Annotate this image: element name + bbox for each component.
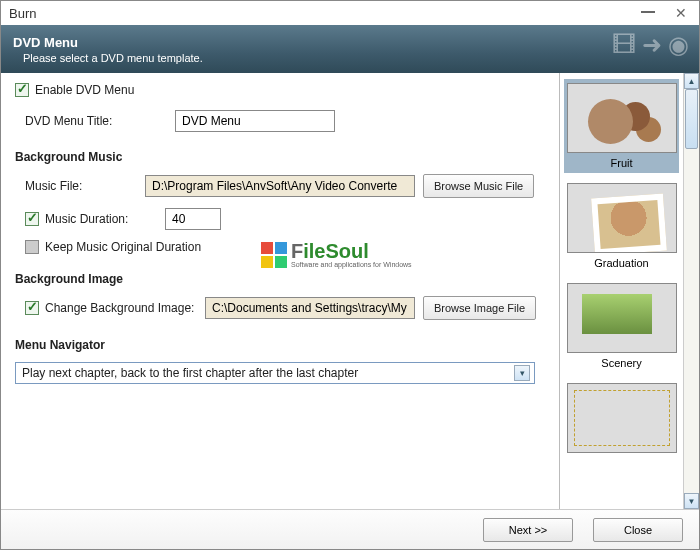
scroll-track[interactable] xyxy=(684,89,699,493)
browse-music-button[interactable]: Browse Music File xyxy=(423,174,534,198)
template-thumbnail xyxy=(567,283,677,353)
scroll-down-icon[interactable]: ▼ xyxy=(684,493,699,509)
dvd-menu-title-input[interactable] xyxy=(175,110,335,132)
section-bg-image: Background Image xyxy=(15,272,545,286)
main-panel: Enable DVD Menu DVD Menu Title: Backgrou… xyxy=(1,73,559,509)
template-thumbnail xyxy=(567,183,677,253)
navigator-select[interactable]: Play next chapter, back to the first cha… xyxy=(15,362,535,384)
checkbox-icon xyxy=(15,83,29,97)
checkbox-icon xyxy=(25,301,39,315)
bg-image-path-input[interactable] xyxy=(205,297,415,319)
banner-subtitle: Please select a DVD menu template. xyxy=(23,52,203,64)
template-thumbnail xyxy=(567,383,677,453)
navigator-selected-value: Play next chapter, back to the first cha… xyxy=(22,366,358,380)
minimize-button[interactable] xyxy=(641,11,655,13)
chevron-down-icon: ▾ xyxy=(514,365,530,381)
arrow-icon: ➜ xyxy=(642,31,662,59)
template-sidebar: Fruit Graduation Scenery ▲ xyxy=(559,73,699,509)
dvd-menu-title-label: DVD Menu Title: xyxy=(15,114,175,128)
keep-original-label: Keep Music Original Duration xyxy=(45,240,201,254)
checkbox-icon xyxy=(25,212,39,226)
titlebar: Burn ✕ xyxy=(1,1,699,25)
close-button[interactable]: Close xyxy=(593,518,683,542)
section-navigator: Menu Navigator xyxy=(15,338,545,352)
enable-dvd-menu-checkbox[interactable]: Enable DVD Menu xyxy=(15,83,134,97)
template-item-fruit[interactable]: Fruit xyxy=(564,79,679,173)
scroll-up-icon[interactable]: ▲ xyxy=(684,73,699,89)
sidebar-scrollbar[interactable]: ▲ ▼ xyxy=(683,73,699,509)
template-label: Graduation xyxy=(566,257,677,269)
music-file-label: Music File: xyxy=(15,179,145,193)
change-bg-image-checkbox[interactable]: Change Background Image: xyxy=(15,301,205,315)
checkbox-icon xyxy=(25,240,39,254)
browse-image-button[interactable]: Browse Image File xyxy=(423,296,536,320)
template-thumbnail xyxy=(567,83,677,153)
template-item-scenery[interactable]: Scenery xyxy=(564,279,679,373)
banner: DVD Menu Please select a DVD menu templa… xyxy=(1,25,699,73)
disc-icon: ◉ xyxy=(668,31,689,59)
banner-title: DVD Menu xyxy=(13,35,203,50)
template-list[interactable]: Fruit Graduation Scenery xyxy=(560,73,683,509)
window-title: Burn xyxy=(9,6,36,21)
scroll-thumb[interactable] xyxy=(685,89,698,149)
template-item-graduation[interactable]: Graduation xyxy=(564,179,679,273)
template-label: Fruit xyxy=(566,157,677,169)
music-duration-input[interactable] xyxy=(165,208,221,230)
enable-dvd-menu-label: Enable DVD Menu xyxy=(35,83,134,97)
burn-window: Burn ✕ DVD Menu Please select a DVD menu… xyxy=(0,0,700,550)
music-duration-label: Music Duration: xyxy=(45,212,128,226)
change-bg-image-label: Change Background Image: xyxy=(45,301,194,315)
film-icon: 🎞 xyxy=(612,31,636,59)
music-file-input[interactable] xyxy=(145,175,415,197)
close-icon[interactable]: ✕ xyxy=(675,5,687,21)
template-item[interactable] xyxy=(564,379,679,461)
template-label: Scenery xyxy=(566,357,677,369)
next-button[interactable]: Next >> xyxy=(483,518,573,542)
section-bg-music: Background Music xyxy=(15,150,545,164)
keep-original-duration-checkbox[interactable]: Keep Music Original Duration xyxy=(15,240,201,254)
music-duration-checkbox[interactable]: Music Duration: xyxy=(15,212,165,226)
footer: Next >> Close xyxy=(1,509,699,549)
banner-decor: 🎞 ➜ ◉ xyxy=(612,31,689,59)
